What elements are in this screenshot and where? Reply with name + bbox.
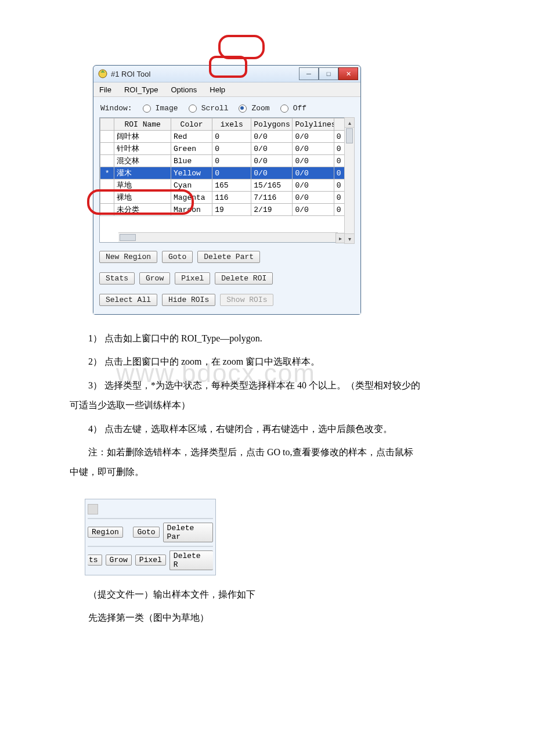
menu-help[interactable]: Help xyxy=(207,84,228,95)
radio-off[interactable]: Off xyxy=(280,104,306,113)
close-button[interactable]: ✕ xyxy=(338,67,358,80)
window-title: #1 ROI Tool xyxy=(111,70,299,78)
col-polygons: Polygons xyxy=(251,118,293,131)
mini-goto-button[interactable]: Goto xyxy=(133,527,159,538)
minimize-button[interactable]: ─ xyxy=(299,67,319,80)
stats-button[interactable]: Stats xyxy=(99,272,135,285)
select-first-class: 先选择第一类（图中为草地） xyxy=(70,609,488,627)
mini-region-button[interactable]: Region xyxy=(88,527,123,538)
titlebar[interactable]: #1 ROI Tool ─ □ ✕ xyxy=(93,66,360,82)
step-2: 2） 点击上图窗口中的 zoom，在 zoom 窗口中选取样本。 xyxy=(70,353,488,370)
pixel-button[interactable]: Pixel xyxy=(175,272,210,285)
row-mark xyxy=(100,204,114,216)
new-region-button[interactable]: New Region xyxy=(99,251,157,263)
delete-roi-button[interactable]: Delete ROI xyxy=(215,272,273,285)
col-roi-name: ROI Name xyxy=(114,118,171,131)
maximize-button[interactable]: □ xyxy=(319,67,338,80)
mini-screenshot: Region Goto Delete Par ts Grow Pixel Del… xyxy=(85,499,216,575)
menubar: File ROI_Type Options Help xyxy=(93,82,360,97)
table-row[interactable]: 混交林Blue00/00/00 xyxy=(100,155,345,167)
menu-options[interactable]: Options xyxy=(168,84,199,95)
col-pixels: ixels xyxy=(212,118,251,131)
select-all-button[interactable]: Select All xyxy=(99,294,157,306)
roi-table[interactable]: ROI Name Color ixels Polygons Polylines … xyxy=(99,117,345,243)
roi-tool-window: #1 ROI Tool ─ □ ✕ File ROI_Type Options … xyxy=(93,65,361,315)
vertical-scrollbar[interactable]: ▴ ▾ xyxy=(344,117,355,244)
hide-rois-button[interactable]: Hide ROIs xyxy=(162,294,215,306)
menu-file[interactable]: File xyxy=(97,84,114,95)
table-row[interactable]: 草地Cyan16515/1650/00 xyxy=(100,179,345,192)
window-label: Window: xyxy=(100,104,132,113)
row-mark xyxy=(100,155,114,167)
radio-image[interactable]: Image xyxy=(143,104,178,113)
row-mark xyxy=(100,131,114,143)
window-mode-row: Window: Image Scroll Zoom Off xyxy=(100,104,355,113)
mini-ts-button[interactable]: ts xyxy=(88,555,102,566)
app-icon xyxy=(98,69,107,78)
note-b: 中键，即可删除。 xyxy=(70,463,488,481)
step-4: 4） 点击左键，选取样本区域，右键闭合，再右键选中，选中后颜色改变。 xyxy=(70,420,488,438)
table-row[interactable]: *灌木Yellow00/00/00 xyxy=(100,167,345,179)
horizontal-scrollbar[interactable]: ▸ xyxy=(118,232,338,242)
goto-button[interactable]: Goto xyxy=(162,251,193,263)
mini-pixel-button[interactable]: Pixel xyxy=(135,555,166,566)
row-mark xyxy=(100,143,114,155)
mini-grow-button[interactable]: Grow xyxy=(106,555,132,566)
row-mark xyxy=(100,192,114,204)
table-row[interactable]: 阔叶林Red00/00/00 xyxy=(100,131,345,143)
document-body: 1） 点击如上窗口中的 ROI_Type—polygon. 2） 点击上图窗口中… xyxy=(0,315,534,481)
menu-roi-type[interactable]: ROI_Type xyxy=(122,84,161,95)
table-row[interactable]: 未分类Maroon192/190/00 xyxy=(100,204,345,216)
mini-delete-par-button[interactable]: Delete Par xyxy=(163,523,213,542)
radio-scroll[interactable]: Scroll xyxy=(189,104,229,113)
step-3b: 可适当少选取一些训练样本） xyxy=(70,397,488,414)
show-rois-button[interactable]: Show ROIs xyxy=(220,294,273,306)
grow-button[interactable]: Grow xyxy=(139,272,170,285)
step-3a: 3） 选择类型，*为选中状态，每种类型选择样本在 40 个以上。（类型相对较少的 xyxy=(70,377,488,394)
row-mark: * xyxy=(100,167,114,179)
col-polylines: Polylines xyxy=(293,118,334,131)
row-mark xyxy=(100,179,114,192)
table-row[interactable]: 裸地Magenta1167/1160/00 xyxy=(100,192,345,204)
col-extra xyxy=(334,118,344,131)
col-mark xyxy=(100,118,114,131)
col-color: Color xyxy=(171,118,212,131)
mini-delete-r-button[interactable]: Delete R xyxy=(169,550,213,570)
delete-part-button[interactable]: Delete Part xyxy=(197,251,260,263)
table-row[interactable]: 针叶林Green00/00/00 xyxy=(100,143,345,155)
mini-tab xyxy=(88,504,98,514)
annotation-zoom-circle xyxy=(218,35,265,59)
step-1: 1） 点击如上窗口中的 ROI_Type—polygon. xyxy=(70,330,488,347)
output-note: （提交文件一）输出样本文件，操作如下 xyxy=(70,586,488,603)
radio-zoom[interactable]: Zoom xyxy=(239,104,269,113)
note-a: 注：如若删除选错样本，选择类型后，点击 GO to,查看要修改的样本，点击鼠标 xyxy=(70,444,488,461)
